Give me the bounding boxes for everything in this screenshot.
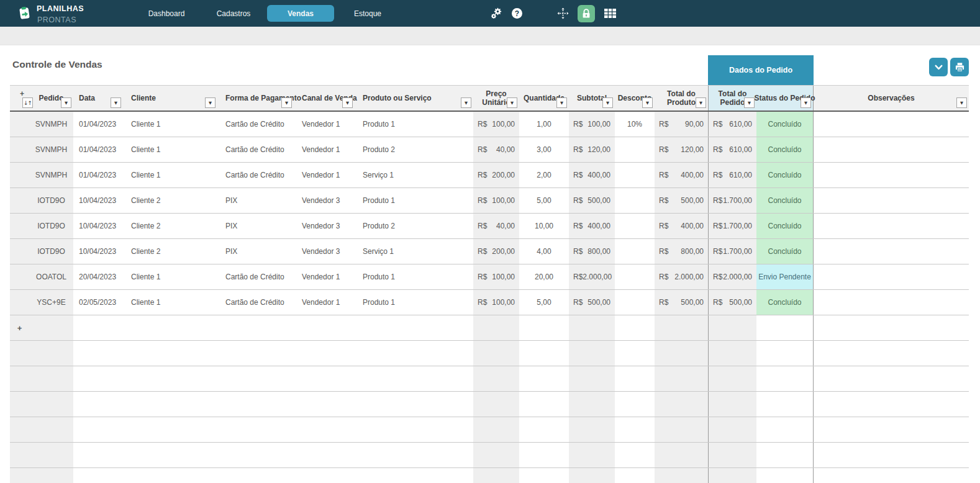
cell-canal[interactable] bbox=[294, 315, 355, 340]
cell-preco[interactable]: R$200,00 bbox=[473, 163, 519, 187]
cell-preco[interactable]: R$200,00 bbox=[473, 239, 519, 264]
cell-status[interactable]: Concluído bbox=[756, 137, 814, 162]
cell-preco[interactable] bbox=[473, 341, 519, 366]
cell-desconto[interactable]: 10% bbox=[615, 112, 655, 137]
cell-forma[interactable] bbox=[217, 443, 294, 467]
cell-preco[interactable] bbox=[473, 392, 519, 417]
gear-icon[interactable] bbox=[489, 7, 503, 20]
cell-subtotal[interactable] bbox=[569, 341, 615, 366]
cell-cliente[interactable] bbox=[123, 417, 217, 442]
cell-status[interactable] bbox=[756, 366, 814, 391]
cell-qtd[interactable] bbox=[519, 315, 569, 340]
cell-cliente[interactable]: Cliente 2 bbox=[123, 188, 217, 213]
filter-dropdown-icon-forma[interactable]: ▼ bbox=[281, 97, 292, 108]
filter-dropdown-icon-obs[interactable]: ▼ bbox=[956, 97, 967, 108]
cell-forma[interactable]: PIX bbox=[217, 188, 294, 213]
cell-obs[interactable] bbox=[814, 214, 969, 238]
cell-cliente[interactable] bbox=[123, 443, 217, 467]
filter-dropdown-icon-pedido[interactable]: ▼ bbox=[61, 97, 71, 108]
cell-canal[interactable]: Vendedor 1 bbox=[294, 163, 355, 187]
cell-forma[interactable]: PIX bbox=[217, 214, 294, 238]
nav-tab-cadastros[interactable]: Cadastros bbox=[200, 5, 267, 22]
cell-data[interactable]: 10/04/2023 bbox=[73, 239, 123, 264]
cell-desconto[interactable] bbox=[615, 188, 655, 213]
cell-forma[interactable]: Cartão de Crédito bbox=[217, 290, 294, 315]
cell-desconto[interactable] bbox=[615, 137, 655, 162]
filter-dropdown-icon-preco[interactable]: ▼ bbox=[507, 97, 517, 108]
nav-tab-vendas[interactable]: Vendas bbox=[267, 5, 334, 22]
cell-preco[interactable] bbox=[473, 315, 519, 340]
cell-forma[interactable]: PIX bbox=[217, 239, 294, 264]
cell-total_pedido[interactable]: R$610,00 bbox=[708, 137, 756, 162]
cell-canal[interactable] bbox=[294, 468, 355, 483]
cell-preco[interactable]: R$100,00 bbox=[473, 112, 519, 137]
cell-total_produto[interactable]: R$400,00 bbox=[655, 214, 708, 238]
cell-status[interactable] bbox=[756, 443, 814, 467]
cell-desconto[interactable] bbox=[615, 366, 655, 391]
cell-qtd[interactable]: 5,00 bbox=[519, 290, 569, 315]
cell-desconto[interactable] bbox=[615, 315, 655, 340]
cell-total_pedido[interactable] bbox=[708, 315, 756, 340]
cell-produto[interactable]: Produto 1 bbox=[355, 112, 473, 137]
cell-pedido[interactable]: OOATOL bbox=[29, 264, 73, 289]
help-icon[interactable]: ? bbox=[512, 8, 522, 19]
cell-canal[interactable]: Vendedor 1 bbox=[294, 264, 355, 289]
cell-data[interactable]: 20/04/2023 bbox=[73, 264, 123, 289]
cell-produto[interactable] bbox=[355, 417, 473, 442]
cell-produto[interactable]: Produto 1 bbox=[355, 290, 473, 315]
cell-total_produto[interactable] bbox=[655, 392, 708, 417]
cell-status[interactable]: Concluído bbox=[756, 290, 814, 315]
cell-preco[interactable]: R$100,00 bbox=[473, 188, 519, 213]
cell-preco[interactable] bbox=[473, 366, 519, 391]
cell-qtd[interactable]: 2,00 bbox=[519, 163, 569, 187]
cell-qtd[interactable] bbox=[519, 366, 569, 391]
chevron-down-icon[interactable] bbox=[929, 58, 948, 76]
cell-obs[interactable] bbox=[814, 239, 969, 264]
cell-desconto[interactable] bbox=[615, 214, 655, 238]
cell-obs[interactable] bbox=[814, 341, 969, 366]
cell-qtd[interactable]: 1,00 bbox=[519, 112, 569, 137]
cell-obs[interactable] bbox=[814, 417, 969, 442]
cell-desconto[interactable] bbox=[615, 417, 655, 442]
cell-pedido[interactable] bbox=[29, 366, 73, 391]
cell-obs[interactable] bbox=[814, 188, 969, 213]
cell-cliente[interactable] bbox=[123, 341, 217, 366]
cell-pedido[interactable] bbox=[29, 315, 73, 340]
cell-desconto[interactable] bbox=[615, 163, 655, 187]
cell-produto[interactable]: Serviço 1 bbox=[355, 163, 473, 187]
add-row-plus[interactable]: + bbox=[17, 323, 22, 333]
cell-obs[interactable] bbox=[814, 163, 969, 187]
cell-total_pedido[interactable] bbox=[708, 417, 756, 442]
cell-subtotal[interactable]: R$500,00 bbox=[569, 290, 615, 315]
cell-obs[interactable] bbox=[814, 468, 969, 483]
filter-dropdown-icon-subtotal[interactable]: ▼ bbox=[602, 97, 613, 108]
cell-forma[interactable] bbox=[217, 392, 294, 417]
cell-status[interactable] bbox=[756, 468, 814, 483]
cell-canal[interactable] bbox=[294, 366, 355, 391]
filter-dropdown-icon-qtd[interactable]: ▼ bbox=[556, 97, 567, 108]
cell-pedido[interactable]: IOTD9O bbox=[29, 239, 73, 264]
cell-cliente[interactable]: Cliente 1 bbox=[123, 264, 217, 289]
cell-total_produto[interactable]: R$2.000,00 bbox=[655, 264, 708, 289]
cell-status[interactable] bbox=[756, 315, 814, 340]
filter-dropdown-icon-total_produto[interactable]: ▼ bbox=[696, 97, 706, 108]
cell-subtotal[interactable]: R$400,00 bbox=[569, 214, 615, 238]
cell-total_pedido[interactable] bbox=[708, 366, 756, 391]
cell-total_pedido[interactable]: R$1.700,00 bbox=[708, 214, 756, 238]
cell-total_produto[interactable] bbox=[655, 366, 708, 391]
cell-subtotal[interactable]: R$500,00 bbox=[569, 188, 615, 213]
cell-desconto[interactable] bbox=[615, 468, 655, 483]
cell-subtotal[interactable] bbox=[569, 392, 615, 417]
cell-cliente[interactable] bbox=[123, 315, 217, 340]
cell-pedido[interactable] bbox=[29, 417, 73, 442]
cell-canal[interactable]: Vendedor 3 bbox=[294, 239, 355, 264]
cell-preco[interactable]: R$100,00 bbox=[473, 264, 519, 289]
cell-total_pedido[interactable] bbox=[708, 468, 756, 483]
cell-subtotal[interactable] bbox=[569, 417, 615, 442]
cell-total_produto[interactable] bbox=[655, 315, 708, 340]
cell-cliente[interactable] bbox=[123, 392, 217, 417]
cell-pedido[interactable]: SVNMPH bbox=[29, 163, 73, 187]
cell-data[interactable]: 10/04/2023 bbox=[73, 188, 123, 213]
cell-subtotal[interactable]: R$800,00 bbox=[569, 239, 615, 264]
cell-canal[interactable] bbox=[294, 341, 355, 366]
